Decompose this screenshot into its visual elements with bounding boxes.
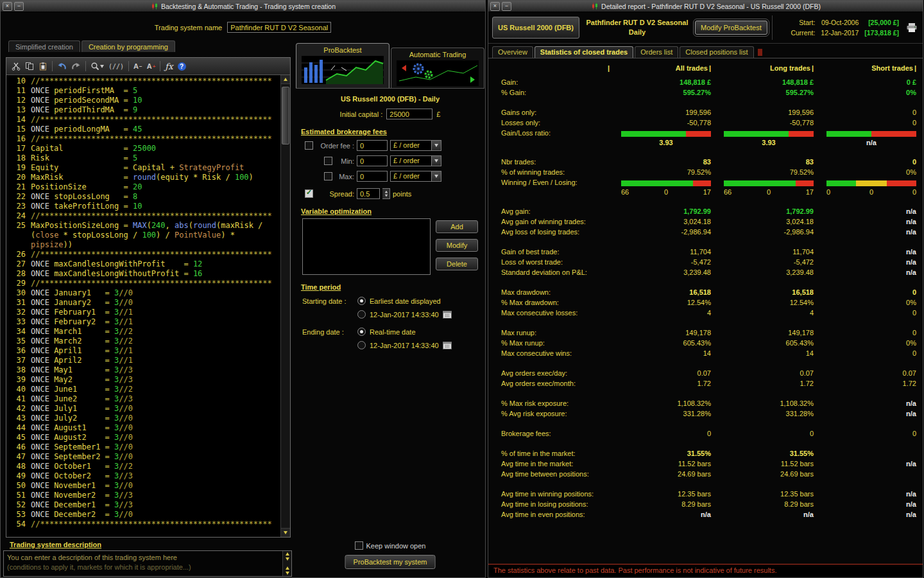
scroll-down-icon[interactable] [281, 528, 290, 537]
probacktest-my-system-button[interactable]: ProBacktest my system [345, 555, 436, 569]
tab-creation-by-programming[interactable]: Creation by programming [81, 40, 175, 52]
report-header: US Russell 2000 (DFB) Pathfinder RUT D V… [488, 12, 923, 44]
cut-icon[interactable] [12, 62, 21, 71]
help-icon[interactable]: ? [178, 62, 186, 71]
stat-row: % Max risk exposure:1,108.32%1,108.32%n/… [491, 398, 918, 408]
end-date-radio[interactable] [357, 341, 366, 349]
system-name-label: Trading system name [155, 24, 222, 31]
report-tabs: OverviewStatistics of closed tradesOrder… [488, 44, 923, 58]
report-tab-3[interactable]: Orders list [635, 46, 678, 58]
description-box[interactable]: You can enter a description of this trad… [3, 550, 292, 577]
calendar-icon[interactable] [443, 341, 452, 349]
copy-icon[interactable] [25, 62, 34, 71]
report-tab-2[interactable]: Statistics of closed trades [535, 46, 633, 58]
minimize-icon[interactable]: − [502, 2, 511, 11]
order-fee-checkbox[interactable] [305, 141, 313, 150]
font-decrease-icon[interactable]: A− [133, 62, 142, 70]
code-line: 19Equity = Capital + StrategyProfit [6, 163, 280, 173]
close-icon[interactable]: × [3, 2, 12, 11]
tab-simplified-creation[interactable]: Simplified creation [8, 40, 80, 52]
scrollbar-thumb[interactable] [282, 87, 289, 144]
modify-probacktest-button[interactable]: Modify ProBacktest [695, 21, 767, 35]
code-line: 50ONCE November1 = 3//0 [6, 481, 280, 491]
start-date-radio[interactable] [357, 310, 366, 319]
automatic-trading-gears-icon [397, 60, 479, 86]
report-tab-1[interactable]: Overview [492, 46, 533, 58]
min-fee-label: Min: [335, 157, 354, 165]
dropdown-arrow-icon[interactable] [431, 140, 441, 151]
code-line: 47ONCE September2 = 3//0 [6, 452, 280, 462]
redo-icon[interactable] [71, 62, 81, 71]
code-line: 45ONCE August2 = 3//0 [6, 433, 280, 442]
tab-probacktest[interactable]: ProBacktest [296, 43, 389, 88]
max-fee-checkbox[interactable] [324, 172, 332, 180]
comment-icon[interactable]: (//) [108, 63, 124, 70]
paste-icon[interactable] [38, 62, 47, 71]
spread-stepper[interactable] [382, 188, 390, 199]
stat-row: Brokerage fees:000 [491, 428, 918, 439]
undo-icon[interactable] [57, 62, 67, 71]
max-fee-input[interactable] [357, 171, 388, 182]
currency-label: £ [436, 110, 440, 118]
stat-row: Avg time between positions:24.69 bars24.… [491, 469, 918, 479]
initial-capital-label: Initial capital : [340, 110, 383, 118]
editor-scrollbar[interactable] [280, 75, 290, 537]
order-fee-unit-select[interactable]: £ / order [390, 140, 441, 151]
calendar-icon[interactable] [443, 310, 452, 319]
candlestick-icon [151, 3, 158, 10]
delete-button[interactable]: Delete [436, 258, 478, 270]
initial-capital-input[interactable] [386, 109, 432, 119]
close-icon[interactable]: × [490, 2, 500, 11]
ratio-bar [826, 131, 916, 137]
font-increase-icon[interactable]: A+ [147, 62, 156, 70]
earliest-date-radio[interactable] [357, 297, 366, 305]
max-fee-unit-select[interactable]: £ / order [390, 171, 441, 182]
stat-row: Winning / Even / Losing: [491, 177, 918, 188]
stat-row: % Avg risk exposure:331.28%331.28%n/a [491, 408, 918, 419]
dropdown-arrow-icon[interactable] [431, 155, 441, 166]
code-line: 43ONCE July2 = 3//0 [6, 414, 280, 423]
stat-row: % Max drawdown:12.54%12.54%0% [491, 297, 918, 308]
code-line: 35ONCE March2 = 3//2 [6, 337, 280, 346]
stat-row: % of winning trades:79.52%79.52%0% [491, 167, 918, 177]
spread-checkbox[interactable] [305, 189, 313, 198]
keep-window-checkbox[interactable] [355, 541, 363, 550]
min-fee-unit-select[interactable]: £ / order [390, 155, 441, 166]
dropdown-arrow-icon[interactable] [431, 171, 441, 182]
code-line: 32ONCE February1 = 3//1 [6, 308, 280, 317]
zoom-icon[interactable] [90, 62, 104, 71]
instrument-button[interactable]: US Russell 2000 (DFB) [492, 17, 579, 39]
code-line: 34ONCE March1 = 3//2 [6, 327, 280, 337]
code-line: 26//************************************… [6, 250, 280, 259]
tab-automatic-trading[interactable]: Automatic Trading [391, 48, 484, 88]
stat-row: Max drawdown:16,51816,5180 [491, 287, 918, 297]
scroll-up-icon[interactable] [281, 75, 290, 84]
ratio-bar [621, 180, 711, 186]
code-lines: 10//************************************… [6, 76, 280, 529]
code-line: 18Risk = 5 [6, 153, 280, 163]
ending-date-row: Ending date : Real-time date [302, 328, 484, 336]
realtime-date-radio[interactable] [357, 328, 366, 336]
print-icon[interactable] [906, 22, 918, 33]
minimize-icon[interactable]: − [14, 2, 24, 11]
insert-function-icon[interactable]: ƒx [165, 62, 173, 71]
min-fee-input[interactable] [357, 155, 388, 166]
code-line: 49ONCE October2 = 3//3 [6, 471, 280, 481]
order-fee-input[interactable] [357, 140, 388, 151]
code-editor[interactable]: 10//************************************… [6, 75, 280, 537]
add-button[interactable]: Add [436, 220, 478, 233]
stat-row: % Gain:595.27%595.27%0% [491, 87, 918, 98]
spread-input[interactable] [357, 188, 380, 199]
code-line: 11ONCE periodFirstMA = 5 [6, 86, 280, 96]
min-fee-checkbox[interactable] [324, 157, 332, 165]
stats-header: All tradesLong tradesShort trades [491, 62, 918, 74]
variable-optimization-list[interactable] [302, 218, 431, 275]
code-line: 30ONCE January1 = 3//0 [6, 288, 280, 298]
report-tab-4[interactable]: Closed positions list [680, 46, 753, 58]
code-line: 13ONCE periodThirdMA = 9 [6, 105, 280, 115]
realtime-date-option: Real-time date [370, 328, 416, 336]
description-scrollbar[interactable] [282, 551, 291, 576]
modify-button[interactable]: Modify [436, 239, 478, 252]
description-label: Trading system description [10, 541, 101, 548]
stat-row: Gains only:199,596199,5960 [491, 107, 918, 118]
